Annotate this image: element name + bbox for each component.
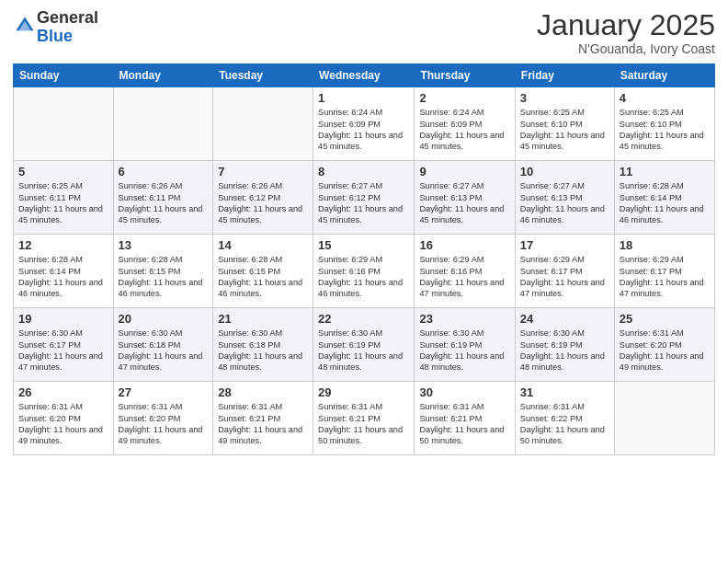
day-info: Sunrise: 6:29 AM Sunset: 6:16 PM Dayligh… xyxy=(318,254,409,300)
page: General Blue January 2025 N'Gouanda, Ivo… xyxy=(0,0,728,563)
table-row: 29Sunrise: 6:31 AM Sunset: 6:21 PM Dayli… xyxy=(313,382,415,455)
day-info: Sunrise: 6:30 AM Sunset: 6:19 PM Dayligh… xyxy=(419,327,509,373)
table-row: 2Sunrise: 6:24 AM Sunset: 6:09 PM Daylig… xyxy=(415,87,515,161)
day-number: 23 xyxy=(419,312,509,326)
table-row: 11Sunrise: 6:28 AM Sunset: 6:14 PM Dayli… xyxy=(614,161,714,235)
calendar-subtitle: N'Gouanda, Ivory Coast xyxy=(537,41,715,56)
day-info: Sunrise: 6:29 AM Sunset: 6:16 PM Dayligh… xyxy=(419,254,509,300)
calendar-table: Sunday Monday Tuesday Wednesday Thursday… xyxy=(13,63,715,455)
day-info: Sunrise: 6:30 AM Sunset: 6:19 PM Dayligh… xyxy=(318,327,409,373)
table-row: 23Sunrise: 6:30 AM Sunset: 6:19 PM Dayli… xyxy=(415,308,515,382)
table-row: 12Sunrise: 6:28 AM Sunset: 6:14 PM Dayli… xyxy=(14,235,114,308)
day-number: 25 xyxy=(620,312,710,326)
day-number: 1 xyxy=(318,91,409,105)
day-number: 15 xyxy=(318,238,409,252)
day-number: 31 xyxy=(520,385,609,399)
day-info: Sunrise: 6:31 AM Sunset: 6:21 PM Dayligh… xyxy=(419,401,509,447)
table-row: 28Sunrise: 6:31 AM Sunset: 6:21 PM Dayli… xyxy=(213,382,313,455)
day-info: Sunrise: 6:25 AM Sunset: 6:11 PM Dayligh… xyxy=(18,180,108,226)
logo: General Blue xyxy=(13,9,98,46)
day-number: 2 xyxy=(419,91,509,105)
table-row: 21Sunrise: 6:30 AM Sunset: 6:18 PM Dayli… xyxy=(213,308,313,382)
day-number: 6 xyxy=(119,165,209,178)
day-info: Sunrise: 6:30 AM Sunset: 6:17 PM Dayligh… xyxy=(18,327,108,373)
table-row: 10Sunrise: 6:27 AM Sunset: 6:13 PM Dayli… xyxy=(515,161,614,235)
day-number: 22 xyxy=(318,312,409,326)
table-row: 5Sunrise: 6:25 AM Sunset: 6:11 PM Daylig… xyxy=(14,161,114,235)
day-info: Sunrise: 6:26 AM Sunset: 6:12 PM Dayligh… xyxy=(218,180,308,226)
table-row: 18Sunrise: 6:29 AM Sunset: 6:17 PM Dayli… xyxy=(614,235,714,308)
day-info: Sunrise: 6:24 AM Sunset: 6:09 PM Dayligh… xyxy=(318,107,409,153)
col-sunday: Sunday xyxy=(14,64,114,87)
header: General Blue January 2025 N'Gouanda, Ivo… xyxy=(13,9,715,56)
logo-blue-text: Blue xyxy=(37,27,73,45)
table-row: 16Sunrise: 6:29 AM Sunset: 6:16 PM Dayli… xyxy=(415,235,515,308)
day-number: 19 xyxy=(18,312,108,326)
table-row: 19Sunrise: 6:30 AM Sunset: 6:17 PM Dayli… xyxy=(14,308,114,382)
day-info: Sunrise: 6:25 AM Sunset: 6:10 PM Dayligh… xyxy=(620,107,710,153)
table-row: 13Sunrise: 6:28 AM Sunset: 6:15 PM Dayli… xyxy=(113,235,213,308)
day-number: 26 xyxy=(18,385,108,399)
col-wednesday: Wednesday xyxy=(313,64,415,87)
day-info: Sunrise: 6:28 AM Sunset: 6:15 PM Dayligh… xyxy=(218,254,308,300)
day-info: Sunrise: 6:30 AM Sunset: 6:19 PM Dayligh… xyxy=(520,327,609,373)
table-row: 9Sunrise: 6:27 AM Sunset: 6:13 PM Daylig… xyxy=(415,161,515,235)
day-info: Sunrise: 6:25 AM Sunset: 6:10 PM Dayligh… xyxy=(520,107,609,153)
table-row: 7Sunrise: 6:26 AM Sunset: 6:12 PM Daylig… xyxy=(213,161,313,235)
day-number: 16 xyxy=(419,238,509,252)
table-row: 30Sunrise: 6:31 AM Sunset: 6:21 PM Dayli… xyxy=(415,382,515,455)
table-row: 15Sunrise: 6:29 AM Sunset: 6:16 PM Dayli… xyxy=(313,235,415,308)
logo-general-text: General xyxy=(37,8,98,27)
day-number: 28 xyxy=(218,385,308,399)
day-info: Sunrise: 6:30 AM Sunset: 6:18 PM Dayligh… xyxy=(218,327,308,373)
table-row: 8Sunrise: 6:27 AM Sunset: 6:12 PM Daylig… xyxy=(313,161,415,235)
day-info: Sunrise: 6:28 AM Sunset: 6:15 PM Dayligh… xyxy=(119,254,209,300)
table-row: 17Sunrise: 6:29 AM Sunset: 6:17 PM Dayli… xyxy=(515,235,614,308)
table-row: 22Sunrise: 6:30 AM Sunset: 6:19 PM Dayli… xyxy=(313,308,415,382)
day-info: Sunrise: 6:28 AM Sunset: 6:14 PM Dayligh… xyxy=(18,254,108,300)
header-row: Sunday Monday Tuesday Wednesday Thursday… xyxy=(14,64,715,87)
col-thursday: Thursday xyxy=(415,64,515,87)
day-info: Sunrise: 6:31 AM Sunset: 6:22 PM Dayligh… xyxy=(520,401,609,447)
day-info: Sunrise: 6:26 AM Sunset: 6:11 PM Dayligh… xyxy=(119,180,209,226)
table-row xyxy=(14,87,114,161)
day-number: 8 xyxy=(318,165,409,178)
table-row xyxy=(614,382,714,455)
table-row: 31Sunrise: 6:31 AM Sunset: 6:22 PM Dayli… xyxy=(515,382,614,455)
table-row: 24Sunrise: 6:30 AM Sunset: 6:19 PM Dayli… xyxy=(515,308,614,382)
col-tuesday: Tuesday xyxy=(213,64,313,87)
day-info: Sunrise: 6:31 AM Sunset: 6:20 PM Dayligh… xyxy=(620,327,710,373)
day-number: 14 xyxy=(218,238,308,252)
table-row: 14Sunrise: 6:28 AM Sunset: 6:15 PM Dayli… xyxy=(213,235,313,308)
table-row: 27Sunrise: 6:31 AM Sunset: 6:20 PM Dayli… xyxy=(113,382,213,455)
day-info: Sunrise: 6:24 AM Sunset: 6:09 PM Dayligh… xyxy=(419,107,509,153)
day-info: Sunrise: 6:30 AM Sunset: 6:18 PM Dayligh… xyxy=(119,327,209,373)
table-row xyxy=(213,87,313,161)
day-number: 18 xyxy=(620,238,710,252)
day-info: Sunrise: 6:29 AM Sunset: 6:17 PM Dayligh… xyxy=(620,254,710,300)
day-info: Sunrise: 6:27 AM Sunset: 6:13 PM Dayligh… xyxy=(520,180,609,226)
table-row: 3Sunrise: 6:25 AM Sunset: 6:10 PM Daylig… xyxy=(515,87,614,161)
day-number: 5 xyxy=(18,165,108,178)
col-saturday: Saturday xyxy=(614,64,714,87)
day-number: 24 xyxy=(520,312,609,326)
day-number: 13 xyxy=(119,238,209,252)
day-info: Sunrise: 6:27 AM Sunset: 6:12 PM Dayligh… xyxy=(318,180,409,226)
day-info: Sunrise: 6:31 AM Sunset: 6:20 PM Dayligh… xyxy=(18,401,108,447)
day-number: 27 xyxy=(119,385,209,399)
day-info: Sunrise: 6:27 AM Sunset: 6:13 PM Dayligh… xyxy=(419,180,509,226)
day-info: Sunrise: 6:31 AM Sunset: 6:21 PM Dayligh… xyxy=(218,401,308,447)
day-number: 29 xyxy=(318,385,409,399)
day-number: 20 xyxy=(119,312,209,326)
table-row: 20Sunrise: 6:30 AM Sunset: 6:18 PM Dayli… xyxy=(113,308,213,382)
table-row: 6Sunrise: 6:26 AM Sunset: 6:11 PM Daylig… xyxy=(113,161,213,235)
day-number: 12 xyxy=(18,238,108,252)
day-number: 10 xyxy=(520,165,609,178)
col-friday: Friday xyxy=(515,64,614,87)
day-number: 17 xyxy=(520,238,609,252)
day-info: Sunrise: 6:31 AM Sunset: 6:21 PM Dayligh… xyxy=(318,401,409,447)
table-row: 1Sunrise: 6:24 AM Sunset: 6:09 PM Daylig… xyxy=(313,87,415,161)
day-number: 3 xyxy=(520,91,609,105)
day-number: 30 xyxy=(419,385,509,399)
logo-icon xyxy=(15,16,35,36)
